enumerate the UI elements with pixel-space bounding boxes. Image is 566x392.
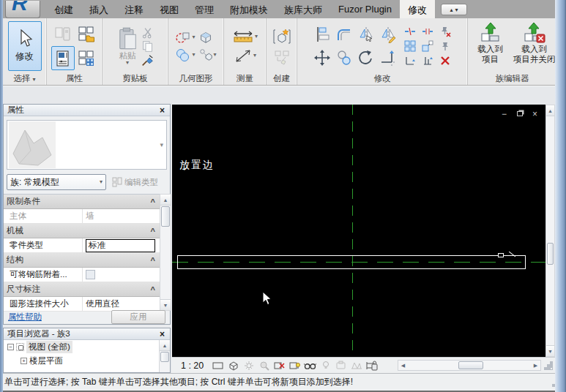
tree-node-floor-plans[interactable]: + 楼层平面 [4,354,170,368]
show-crop-region-button[interactable] [288,360,301,372]
restore-view-icon[interactable] [515,110,524,118]
split-element-button[interactable] [403,25,417,38]
tab-view[interactable]: 视图 [152,0,187,18]
reveal-hidden-elements-button-disabled[interactable] [319,360,332,372]
tree-node-views[interactable]: − 视图 (全部) [4,340,170,354]
application-menu-button[interactable]: R [5,1,40,18]
property-group-structural[interactable]: 结构 ^ [4,253,160,268]
close-icon[interactable]: × [158,330,166,339]
scroll-right-icon[interactable]: ▶ [531,361,540,370]
family-types-dialog-button[interactable] [75,46,98,70]
properties-title-bar[interactable]: 属性 × [4,105,170,116]
reveal-constraints-button[interactable] [365,360,378,372]
delete-button[interactable] [438,54,453,67]
tab-annotate[interactable]: 注释 [116,0,152,18]
move-button[interactable] [313,47,332,69]
ribbon-collapse-button[interactable]: ▴ ▾ [441,4,467,15]
project-browser-scrollbar[interactable]: ▲ [159,340,170,372]
scroll-thumb[interactable] [160,352,169,362]
tab-modify[interactable]: 修改 [400,0,435,18]
part-type-value-field[interactable]: 标准 [86,239,155,252]
crop-view-button[interactable] [273,360,286,372]
close-icon[interactable]: × [158,106,166,115]
rebar-host-checkbox-disabled[interactable] [86,270,95,279]
tab-addins[interactable]: 附加模块 [222,0,276,18]
tree-node-floor-plans-label[interactable]: 楼层平面 [29,355,63,366]
scroll-thumb[interactable] [547,243,554,265]
measure-button[interactable]: ▾ [232,29,258,44]
viewbar-resize-grip[interactable] [545,362,552,369]
split-with-gap-button[interactable] [420,25,435,38]
create-group-button[interactable] [272,27,291,46]
scroll-down-icon[interactable]: ▼ [160,299,171,310]
copy-button[interactable] [335,47,354,69]
tab-create[interactable]: 创建 [46,0,81,18]
shape-handle[interactable] [498,253,504,257]
match-type-button[interactable] [141,54,154,67]
trim-extend-corner-button[interactable] [379,47,398,69]
property-group-constraints[interactable]: 限制条件 ^ [4,195,160,209]
tab-manage[interactable]: 管理 [187,0,222,18]
tab-family-library-master[interactable]: 族库大师 [276,0,330,18]
worksharing-display-button-disabled[interactable] [335,360,347,372]
mirror-draw-axis-button[interactable] [379,23,398,45]
panel-select-label[interactable]: 选择 ▾ [3,73,46,84]
preview-dropdown-icon[interactable]: ▾ [160,141,163,148]
project-browser-title-bar[interactable]: 项目浏览器 - 族3 × [4,328,170,340]
unpin-button[interactable] [438,25,453,38]
temporary-hide-isolate-button[interactable] [304,360,316,372]
close-view-icon[interactable]: × [530,110,540,118]
edit-type-button-disabled[interactable]: 编辑类型 [110,174,167,190]
properties-scrollbar[interactable]: ▲ ▼ [160,194,171,311]
shadows-button-disabled[interactable] [258,360,270,372]
rotate-button[interactable] [357,47,376,69]
detail-level-button[interactable] [212,360,224,372]
properties-palette-toggle-button[interactable] [51,46,75,70]
expand-node-icon[interactable]: + [21,358,27,364]
mirror-pick-axis-button[interactable] [357,23,376,45]
cut-button-disabled[interactable] [141,26,154,39]
scroll-thumb[interactable] [161,206,170,227]
type-selector-dropdown[interactable]: 族: 常规模型 ▾ [7,174,106,190]
canvas-vertical-scrollbar[interactable]: ▲ ▼ [545,105,555,357]
cube-geometry-button[interactable] [198,30,217,45]
pin-button[interactable] [438,39,453,53]
drawing-canvas[interactable]: 放置边 − × [172,105,545,357]
tab-insert[interactable]: 插入 [81,0,116,18]
property-group-mechanical[interactable]: 机械 ^ [4,224,160,238]
type-preview-box[interactable]: ▾ [7,120,167,170]
view-scale-button[interactable]: 1 : 20 [181,361,204,371]
cut-geometry-button[interactable]: ▾ [175,29,195,45]
sun-path-button-disabled[interactable] [242,360,255,372]
minimize-view-icon[interactable]: − [499,110,509,118]
scroll-thumb[interactable] [458,361,483,369]
scroll-up-icon[interactable]: ▲ [160,340,170,351]
selected-extrusion-outline[interactable] [177,255,526,269]
collapse-node-icon[interactable]: − [7,344,14,350]
copy-button-disabled[interactable] [141,40,154,53]
align-button[interactable] [313,23,332,45]
paste-button-disabled[interactable]: 粘贴 ▾ [116,26,138,66]
join-geometry-button[interactable]: ▾ [175,47,195,63]
properties-help-link[interactable]: 属性帮助 [8,312,111,323]
scroll-up-icon[interactable]: ▲ [160,195,171,206]
scale-button[interactable] [420,39,435,53]
offset-button[interactable] [335,23,354,45]
modify-select-button[interactable]: 修改 [8,21,42,71]
family-category-parameters-button[interactable] [75,22,98,46]
property-group-dimensions[interactable]: 尺寸标注 ^ [4,282,160,297]
vertical-reference-plane[interactable] [352,105,353,357]
array-button[interactable] [403,39,417,53]
apply-button-disabled[interactable]: 应用 [111,310,165,324]
scroll-left-icon[interactable]: ◀ [398,361,408,370]
small-cubes-button[interactable]: ▾ [198,48,217,62]
load-into-project-button[interactable]: 载入到 项目 [471,20,510,72]
scroll-up-icon[interactable]: ▲ [546,105,554,116]
analytical-model-button-disabled[interactable] [350,360,362,372]
similar-group-button-disabled[interactable] [273,50,291,66]
tree-node-views-label[interactable]: 视图 (全部) [26,341,72,353]
canvas-horizontal-scrollbar[interactable]: ◀ ▶ [398,360,541,371]
trim-extend-single-button[interactable] [403,54,417,67]
tab-fuzor-plugin[interactable]: Fuzor Plugin [330,0,400,18]
load-into-project-and-close-button[interactable]: 载入到 项目并关闭 [515,20,554,72]
